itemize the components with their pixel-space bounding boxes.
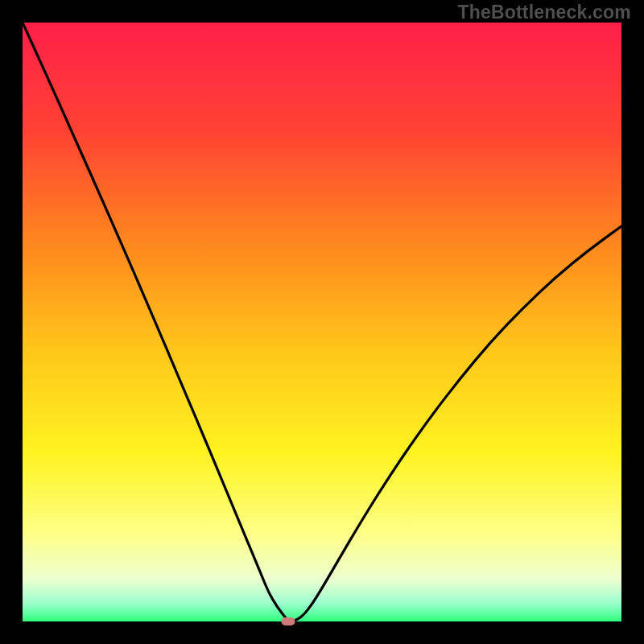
watermark-text: TheBottleneck.com: [457, 2, 631, 23]
plot-frame: [23, 23, 621, 621]
optimal-marker: [281, 617, 295, 625]
bottleneck-plot: [23, 23, 621, 621]
gradient-background: [23, 23, 621, 621]
chart-container: TheBottleneck.com: [0, 0, 644, 644]
